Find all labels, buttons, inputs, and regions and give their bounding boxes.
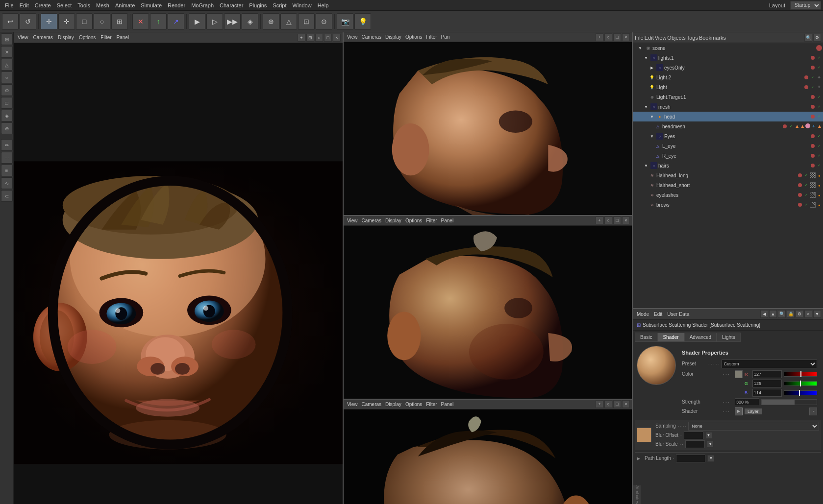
mv-bot-display[interactable]: Display	[384, 402, 403, 407]
preset-dropdown[interactable]: Custom	[722, 360, 817, 368]
om-item-light-target[interactable]: ⊕ Light.Target.1 ✓	[633, 92, 823, 102]
om-bookmarks[interactable]: Bookmarks	[699, 35, 726, 41]
mv-mid-display[interactable]: Display	[384, 218, 403, 223]
render-to-po[interactable]: ◈	[242, 13, 258, 30]
color-g-slider[interactable]	[784, 381, 817, 386]
om-search-icon[interactable]: 🔍	[804, 34, 812, 42]
sp-tab-shader[interactable]: Shader	[657, 333, 684, 342]
om-item-hairs[interactable]: ▼ ○ hairs ✓	[633, 161, 823, 170]
vp-filter[interactable]: Filter	[99, 35, 113, 40]
om-item-eyes[interactable]: ▼ ○ Eyes ✓	[633, 131, 823, 141]
left-tool-5[interactable]: ⊙	[1, 84, 13, 96]
mv-mid-cameras[interactable]: Cameras	[360, 218, 383, 223]
blur-offset-input[interactable]: 0 %	[684, 432, 703, 439]
mv-bot-options[interactable]: Options	[404, 402, 424, 407]
menu-window[interactable]: Window	[290, 2, 315, 8]
om-item-scene[interactable]: ▼ ⊞ scene	[633, 43, 823, 53]
select-tool[interactable]: ✛	[41, 13, 57, 30]
camera-btn[interactable]: 📷	[337, 13, 353, 30]
menu-plugins[interactable]: Plugins	[246, 2, 270, 8]
color-swatch[interactable]	[735, 370, 743, 378]
color-b-slider[interactable]	[784, 390, 817, 396]
menu-file[interactable]: File	[2, 2, 17, 8]
vp-panel[interactable]: Panel	[115, 35, 131, 40]
mini-vp-bot-content[interactable]	[344, 409, 632, 504]
mv-mid-icon-1[interactable]: +	[596, 216, 603, 224]
menu-character[interactable]: Character	[217, 2, 246, 8]
sp-icon-2[interactable]: ▲	[769, 310, 777, 318]
left-tool-9[interactable]: ✏	[1, 139, 13, 151]
vp-view[interactable]: View	[16, 35, 30, 40]
render-active[interactable]: ▷	[206, 13, 223, 30]
menu-simulate[interactable]: Simulate	[138, 2, 165, 8]
strength-input[interactable]	[735, 398, 759, 406]
mv-bot-cameras[interactable]: Cameras	[360, 402, 383, 407]
undo-button[interactable]: ↩	[2, 13, 19, 30]
mv-mid-icon-2[interactable]: ○	[604, 216, 612, 224]
left-tool-13[interactable]: ⊂	[1, 190, 13, 202]
color-r-slider[interactable]	[784, 371, 817, 377]
mv-mid-icon-4[interactable]: ×	[622, 216, 630, 224]
mv-bot-icon-1[interactable]: +	[596, 400, 603, 408]
vp-display[interactable]: Display	[56, 35, 76, 40]
left-tool-1[interactable]: ⊞	[1, 33, 13, 45]
main-viewport-content[interactable]: 00:03:24	[14, 43, 343, 504]
sp-tab-lights[interactable]: Lights	[717, 333, 741, 342]
path-length-input[interactable]: 0.15 cm	[676, 455, 705, 462]
sp-mode[interactable]: Mode	[635, 312, 651, 317]
om-item-mesh[interactable]: ▼ ○ mesh ✓	[633, 102, 823, 112]
menu-tools[interactable]: Tools	[75, 2, 93, 8]
menu-script[interactable]: Script	[270, 2, 289, 8]
left-tool-8[interactable]: ⊕	[1, 122, 13, 134]
polygon-tool[interactable]: △	[280, 13, 297, 30]
menu-help[interactable]: Help	[315, 2, 332, 8]
om-item-reye[interactable]: △ R_eye ✓	[633, 151, 823, 161]
mv-mid-view[interactable]: View	[346, 218, 359, 223]
redo-button[interactable]: ↺	[20, 13, 36, 30]
om-item-light2[interactable]: 💡 Light.2 ✓ ✛	[633, 72, 823, 82]
x-axis[interactable]: ✕	[132, 13, 149, 30]
scale-tool[interactable]: □	[76, 13, 93, 30]
mini-vp-top-content[interactable]	[344, 42, 632, 215]
shader-options-btn[interactable]: ⋯	[809, 408, 817, 415]
point-tool[interactable]: ⊙	[316, 13, 332, 30]
vp-cameras[interactable]: Cameras	[31, 35, 55, 40]
menu-mesh[interactable]: Mesh	[93, 2, 112, 8]
render-preview[interactable]: ▶	[189, 13, 205, 30]
om-edit[interactable]: Edit	[645, 35, 654, 41]
mv-mid-options[interactable]: Options	[404, 218, 424, 223]
left-tool-6[interactable]: □	[1, 97, 13, 109]
vp-icon-1[interactable]: +	[298, 34, 305, 42]
mv-icon-3[interactable]: □	[613, 33, 621, 41]
object-manager-content[interactable]: ▼ ⊞ scene ▼ ○ lights.1	[633, 43, 823, 308]
shader-expand-icon[interactable]: ▶	[735, 408, 743, 415]
mv-icon-1[interactable]: +	[596, 33, 603, 41]
left-tool-11[interactable]: ≡	[1, 165, 13, 176]
mv-bot-icon-3[interactable]: □	[613, 400, 621, 408]
om-tags[interactable]: Tags	[687, 35, 698, 41]
left-tool-12[interactable]: ∿	[1, 177, 13, 189]
sp-edit[interactable]: Edit	[652, 312, 664, 317]
mini-vp-mid-content[interactable]	[344, 226, 632, 399]
mv-bot-panel[interactable]: Panel	[440, 402, 455, 407]
sampling-swatch[interactable]	[637, 428, 651, 442]
transform-tool[interactable]: ⊞	[111, 13, 128, 30]
vp-options[interactable]: Options	[77, 35, 98, 40]
sp-icon-1[interactable]: ◀	[760, 310, 768, 318]
om-item-headmesh[interactable]: △ headmesh ✓ ▲ ▲ ✛ ▲	[633, 121, 823, 131]
menu-render[interactable]: Render	[165, 2, 188, 8]
mv-mid-panel[interactable]: Panel	[440, 218, 455, 223]
left-tool-10[interactable]: ⋯	[1, 152, 13, 164]
om-item-hairshort[interactable]: ≋ Hairhead_short ✓ ●	[633, 180, 823, 190]
rotate-tool[interactable]: ○	[94, 13, 110, 30]
vp-icon-3[interactable]: ○	[315, 34, 323, 42]
color-b-input[interactable]	[752, 389, 782, 397]
om-item-eyelashes[interactable]: ≋ eyelashes ✓ ●	[633, 190, 823, 200]
sp-search-icon[interactable]: 🔍	[778, 310, 786, 318]
mv-bot-filter[interactable]: Filter	[424, 402, 438, 407]
sp-close-icon[interactable]: ×	[804, 310, 812, 318]
mv-bot-icon-2[interactable]: ○	[604, 400, 612, 408]
om-item-light[interactable]: 💡 Light ✓ ✛	[633, 82, 823, 92]
sp-tab-basic[interactable]: Basic	[635, 333, 657, 342]
left-tool-3[interactable]: △	[1, 59, 13, 71]
